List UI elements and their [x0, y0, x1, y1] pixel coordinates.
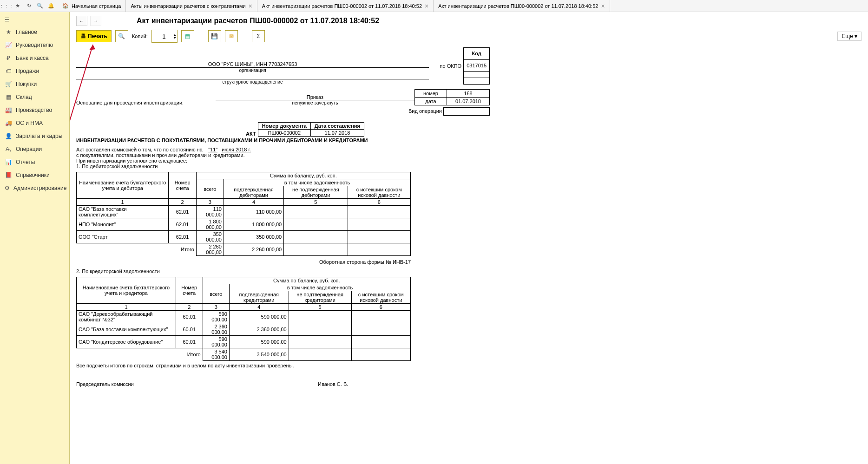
sidebar-item-1[interactable]: 📈Руководителю — [0, 39, 69, 52]
export-button[interactable]: ▤ — [181, 30, 194, 42]
para3: При инвентаризации установлено следующее… — [76, 158, 187, 163]
document-body: ООО "РУС ШИНЫ", ИНН 7703247653 организац… — [76, 47, 490, 387]
close-icon[interactable]: × — [249, 2, 252, 10]
code-header: Код — [464, 48, 490, 60]
mail-button[interactable]: ✉ — [225, 30, 238, 42]
section2-label: 2. По кредиторской задолженности — [76, 268, 490, 274]
table-row: ОАО "База поставки комплектующих"60.012 … — [77, 323, 411, 336]
more-button[interactable]: Еще ▾ — [837, 32, 861, 41]
okpo-label: по ОКПО — [429, 47, 461, 85]
bars-icon: 📊 — [5, 158, 12, 166]
sidebar-item-label: Отчеты — [16, 159, 35, 165]
sidebar-item-label: Справочники — [16, 172, 50, 178]
menu-toggle[interactable]: ☰ — [0, 14, 69, 26]
sidebar-item-11[interactable]: 📕Справочники — [0, 169, 69, 182]
tab-3[interactable]: Акт инвентаризации расчетов ПШ00-000002 … — [434, 0, 610, 12]
tab-label: Начальная страница — [72, 3, 121, 9]
para1-day: "11" — [208, 147, 217, 152]
search-icon[interactable]: 🔍 — [36, 2, 44, 10]
checked-note: Все подсчеты итогов по строкам, страница… — [76, 363, 490, 368]
sidebar-item-8[interactable]: 👤Зарплата и кадры — [0, 130, 69, 143]
sidebar-item-label: Продажи — [16, 68, 39, 74]
table-row: ОАО "Кондитерское оборудование"60.01590 … — [77, 336, 411, 348]
sum-button[interactable]: Σ — [252, 30, 265, 42]
tab-label: Акт инвентаризации расчетов ПШ00-000002 … — [438, 3, 598, 9]
person-icon: 👤 — [5, 132, 12, 140]
print-button[interactable]: 🖶 Печать — [76, 30, 112, 42]
tabs-container: 🏠Начальная страницаАкты инвентаризации р… — [58, 0, 610, 12]
apps-icon[interactable]: ⋮⋮⋮ — [3, 2, 10, 10]
docnum-header: Номер документа — [258, 123, 310, 130]
copies-label: Копий: — [132, 33, 148, 39]
para2: с покупателями, поставщиками и прочими д… — [76, 152, 245, 158]
ruble-icon: ₽ — [5, 54, 12, 62]
sidebar-item-5[interactable]: ▦Склад — [0, 91, 69, 104]
sidebar-item-6[interactable]: 🏭Производство — [0, 104, 69, 117]
opview-box — [443, 107, 490, 116]
creditor-table: Наименование счета бухгалтерского учета … — [76, 277, 411, 361]
tab-label: Акты инвентаризации расчетов с контраген… — [131, 3, 245, 9]
sidebar-item-label: Склад — [16, 94, 32, 100]
toolbar: 🖶 Печать 🔍 Копий: ▲▼ ▤ 💾 ✉ Σ Еще ▾ — [76, 30, 861, 43]
back-note: Оборотная сторона формы № ИНВ-17 — [76, 259, 411, 265]
sidebar: ☰ ★Главное📈Руководителю₽Банк и касса🏷Про… — [0, 12, 70, 464]
star-icon[interactable]: ★ — [14, 2, 21, 10]
table-row: ОАО "Деревообрабатывающий комбинат №32"6… — [77, 311, 411, 323]
tab-2[interactable]: Акт инвентаризации расчетов ПШ00-000002 … — [257, 0, 434, 12]
cart-icon: 🛒 — [5, 80, 12, 88]
back-button[interactable]: ← — [76, 16, 87, 26]
sidebar-item-label: Главное — [16, 29, 37, 35]
para1-month: июля 2018 г. — [222, 147, 251, 152]
code-table: Код 0317015 — [463, 47, 490, 85]
table-row: НПО "Монолит"62.011 800 000,001 800 000,… — [77, 218, 411, 231]
sidebar-item-12[interactable]: ⚙Администрирование — [0, 182, 69, 195]
save-button[interactable]: 💾 — [208, 30, 221, 42]
content-area: 3 ← → Акт инвентаризации расчетов ПШ00-0… — [70, 12, 868, 464]
sidebar-item-7[interactable]: 🚚ОС и НМА — [0, 117, 69, 130]
close-icon[interactable]: × — [425, 2, 428, 10]
sidebar-item-10[interactable]: 📊Отчеты — [0, 156, 69, 169]
docdate-header: Дата составления — [310, 123, 364, 130]
num-label: номер — [414, 90, 447, 98]
date-value: 01.07.2018 — [447, 98, 489, 105]
page-title: Акт инвентаризации расчетов ПШ00-000002 … — [137, 17, 379, 25]
sidebar-item-label: Производство — [16, 107, 52, 113]
basis-sub: ненужное зачеркнуть — [216, 100, 414, 105]
okpo-value: 0317015 — [464, 59, 490, 72]
forward-button[interactable]: → — [90, 16, 101, 26]
system-icons: ⋮⋮⋮ ★ ↻ 🔍 🔔 — [0, 0, 58, 12]
sidebar-item-9[interactable]: AᵧОперации — [0, 143, 69, 156]
akt-title: ИНВЕНТАРИЗАЦИИ РАСЧЕТОВ С ПОКУПАТЕЛЯМИ, … — [76, 137, 490, 143]
sidebar-item-2[interactable]: ₽Банк и касса — [0, 52, 69, 65]
truck-icon: 🚚 — [5, 119, 12, 127]
date-label: дата — [414, 98, 447, 105]
copies-input[interactable] — [152, 30, 172, 42]
debitor-table: Наименование счета бухгалтерского учета … — [76, 172, 411, 256]
sidebar-item-4[interactable]: 🛒Покупки — [0, 78, 69, 91]
numdate-table: номер168 дата01.07.2018 — [414, 89, 490, 105]
sidebar-item-label: Покупки — [16, 81, 37, 87]
printer-icon: 🖶 — [80, 33, 86, 39]
tab-label: Акт инвентаризации расчетов ПШ00-000002 … — [262, 3, 422, 9]
chart-icon: 📈 — [5, 41, 12, 49]
docnum-table: Номер документаДата составления ПШ00-000… — [258, 122, 364, 137]
book-icon: 📕 — [5, 171, 12, 179]
close-icon[interactable]: × — [601, 2, 605, 10]
org-sub: организация — [76, 68, 429, 73]
preview-button[interactable]: 🔍 — [115, 30, 128, 42]
tab-0[interactable]: 🏠Начальная страница — [58, 0, 126, 12]
docdate-value: 11.07.2018 — [310, 130, 364, 137]
bell-icon[interactable]: 🔔 — [47, 2, 55, 10]
tab-1[interactable]: Акты инвентаризации расчетов с контраген… — [126, 0, 257, 12]
factory-icon: 🏭 — [5, 106, 12, 114]
sidebar-item-label: ОС и НМА — [16, 120, 43, 126]
gear-icon: ⚙ — [5, 184, 10, 192]
sidebar-item-label: Операции — [16, 146, 42, 152]
boxes-icon: ▦ — [5, 93, 12, 101]
history-icon[interactable]: ↻ — [25, 2, 33, 10]
copies-spinner[interactable]: ▲▼ — [172, 33, 177, 39]
basis-label: Основание для проведения инвентаризации: — [76, 100, 216, 105]
sidebar-item-label: Зарплата и кадры — [16, 133, 62, 139]
sidebar-item-3[interactable]: 🏷Продажи — [0, 65, 69, 78]
sidebar-item-0[interactable]: ★Главное — [0, 26, 69, 39]
